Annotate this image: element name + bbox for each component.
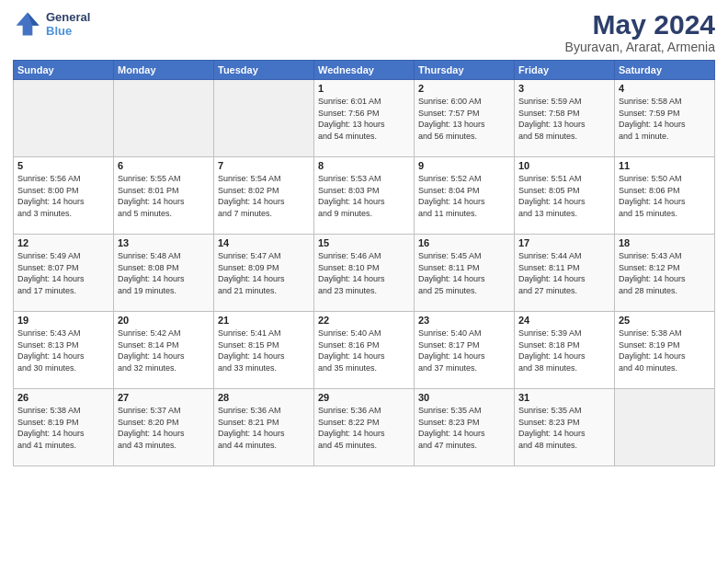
calendar-cell: 6Sunrise: 5:55 AM Sunset: 8:01 PM Daylig… [114, 157, 214, 235]
day-number: 21 [218, 315, 310, 326]
day-number: 9 [418, 160, 510, 171]
calendar-cell: 8Sunrise: 5:53 AM Sunset: 8:03 PM Daylig… [314, 157, 415, 235]
calendar-header-row: SundayMondayTuesdayWednesdayThursdayFrid… [14, 61, 715, 80]
logo-text: General Blue [46, 10, 90, 38]
day-info: Sunrise: 5:56 AM Sunset: 8:00 PM Dayligh… [17, 173, 109, 219]
calendar-cell: 28Sunrise: 5:36 AM Sunset: 8:21 PM Dayli… [214, 389, 314, 466]
calendar-cell: 24Sunrise: 5:39 AM Sunset: 8:18 PM Dayli… [515, 312, 615, 389]
calendar-cell: 14Sunrise: 5:47 AM Sunset: 8:09 PM Dayli… [214, 235, 314, 312]
calendar-cell: 15Sunrise: 5:46 AM Sunset: 8:10 PM Dayli… [314, 235, 415, 312]
day-info: Sunrise: 5:37 AM Sunset: 8:20 PM Dayligh… [118, 405, 210, 451]
day-info: Sunrise: 5:44 AM Sunset: 8:11 PM Dayligh… [518, 250, 610, 296]
day-info: Sunrise: 5:43 AM Sunset: 8:12 PM Dayligh… [619, 250, 711, 296]
page: General Blue May 2024 Byuravan, Ararat, … [0, 0, 728, 563]
day-info: Sunrise: 6:00 AM Sunset: 7:57 PM Dayligh… [418, 96, 510, 142]
day-number: 31 [518, 392, 610, 403]
sub-title: Byuravan, Ararat, Armenia [565, 40, 715, 54]
calendar-cell: 27Sunrise: 5:37 AM Sunset: 8:20 PM Dayli… [114, 389, 214, 466]
calendar-cell [615, 389, 715, 466]
day-info: Sunrise: 5:42 AM Sunset: 8:14 PM Dayligh… [118, 327, 210, 373]
calendar-table: SundayMondayTuesdayWednesdayThursdayFrid… [13, 60, 715, 466]
day-number: 29 [318, 392, 410, 403]
calendar-cell: 13Sunrise: 5:48 AM Sunset: 8:08 PM Dayli… [114, 235, 214, 312]
calendar-week-1: 1Sunrise: 6:01 AM Sunset: 7:56 PM Daylig… [14, 80, 715, 157]
day-number: 18 [619, 237, 711, 248]
calendar-cell: 17Sunrise: 5:44 AM Sunset: 8:11 PM Dayli… [515, 235, 615, 312]
day-info: Sunrise: 5:49 AM Sunset: 8:07 PM Dayligh… [17, 250, 109, 296]
title-block: May 2024 Byuravan, Ararat, Armenia [565, 9, 715, 54]
day-number: 11 [619, 160, 711, 171]
day-number: 1 [318, 83, 410, 94]
header: General Blue May 2024 Byuravan, Ararat, … [13, 9, 715, 54]
day-number: 27 [118, 392, 210, 403]
calendar-cell: 12Sunrise: 5:49 AM Sunset: 8:07 PM Dayli… [14, 235, 114, 312]
day-info: Sunrise: 5:35 AM Sunset: 8:23 PM Dayligh… [518, 405, 610, 451]
day-number: 8 [318, 160, 410, 171]
calendar-week-5: 26Sunrise: 5:38 AM Sunset: 8:19 PM Dayli… [14, 389, 715, 466]
day-number: 15 [318, 237, 410, 248]
day-number: 14 [218, 237, 310, 248]
day-number: 3 [518, 83, 610, 94]
day-info: Sunrise: 5:43 AM Sunset: 8:13 PM Dayligh… [17, 327, 109, 373]
day-info: Sunrise: 5:58 AM Sunset: 7:59 PM Dayligh… [619, 96, 711, 142]
calendar-week-2: 5Sunrise: 5:56 AM Sunset: 8:00 PM Daylig… [14, 157, 715, 235]
calendar-cell: 29Sunrise: 5:36 AM Sunset: 8:22 PM Dayli… [314, 389, 415, 466]
calendar-cell: 22Sunrise: 5:40 AM Sunset: 8:16 PM Dayli… [314, 312, 415, 389]
calendar-cell: 20Sunrise: 5:42 AM Sunset: 8:14 PM Dayli… [114, 312, 214, 389]
calendar-cell: 1Sunrise: 6:01 AM Sunset: 7:56 PM Daylig… [314, 80, 415, 157]
day-info: Sunrise: 5:40 AM Sunset: 8:17 PM Dayligh… [418, 327, 510, 373]
day-number: 12 [17, 237, 109, 248]
day-info: Sunrise: 5:38 AM Sunset: 8:19 PM Dayligh… [619, 327, 711, 373]
day-number: 28 [218, 392, 310, 403]
calendar-cell: 18Sunrise: 5:43 AM Sunset: 8:12 PM Dayli… [615, 235, 715, 312]
calendar-cell: 7Sunrise: 5:54 AM Sunset: 8:02 PM Daylig… [214, 157, 314, 235]
day-info: Sunrise: 5:39 AM Sunset: 8:18 PM Dayligh… [518, 327, 610, 373]
logo: General Blue [13, 9, 90, 39]
calendar-week-4: 19Sunrise: 5:43 AM Sunset: 8:13 PM Dayli… [14, 312, 715, 389]
day-info: Sunrise: 5:38 AM Sunset: 8:19 PM Dayligh… [17, 405, 109, 451]
calendar-cell: 11Sunrise: 5:50 AM Sunset: 8:06 PM Dayli… [615, 157, 715, 235]
day-number: 19 [17, 315, 109, 326]
calendar-cell: 25Sunrise: 5:38 AM Sunset: 8:19 PM Dayli… [615, 312, 715, 389]
calendar-cell: 30Sunrise: 5:35 AM Sunset: 8:23 PM Dayli… [415, 389, 515, 466]
col-header-thursday: Thursday [415, 61, 515, 80]
day-info: Sunrise: 5:52 AM Sunset: 8:04 PM Dayligh… [418, 173, 510, 219]
calendar-cell: 4Sunrise: 5:58 AM Sunset: 7:59 PM Daylig… [615, 80, 715, 157]
col-header-tuesday: Tuesday [214, 61, 314, 80]
day-info: Sunrise: 5:46 AM Sunset: 8:10 PM Dayligh… [318, 250, 410, 296]
day-number: 7 [218, 160, 310, 171]
day-info: Sunrise: 5:50 AM Sunset: 8:06 PM Dayligh… [619, 173, 711, 219]
calendar-cell: 19Sunrise: 5:43 AM Sunset: 8:13 PM Dayli… [14, 312, 114, 389]
day-number: 24 [518, 315, 610, 326]
col-header-friday: Friday [515, 61, 615, 80]
calendar-cell: 3Sunrise: 5:59 AM Sunset: 7:58 PM Daylig… [515, 80, 615, 157]
day-number: 20 [118, 315, 210, 326]
calendar-cell: 26Sunrise: 5:38 AM Sunset: 8:19 PM Dayli… [14, 389, 114, 466]
day-info: Sunrise: 5:48 AM Sunset: 8:08 PM Dayligh… [118, 250, 210, 296]
day-number: 5 [17, 160, 109, 171]
day-number: 26 [17, 392, 109, 403]
day-info: Sunrise: 6:01 AM Sunset: 7:56 PM Dayligh… [318, 96, 410, 142]
day-number: 13 [118, 237, 210, 248]
calendar-week-3: 12Sunrise: 5:49 AM Sunset: 8:07 PM Dayli… [14, 235, 715, 312]
calendar-cell: 31Sunrise: 5:35 AM Sunset: 8:23 PM Dayli… [515, 389, 615, 466]
calendar-cell: 21Sunrise: 5:41 AM Sunset: 8:15 PM Dayli… [214, 312, 314, 389]
col-header-saturday: Saturday [615, 61, 715, 80]
col-header-sunday: Sunday [14, 61, 114, 80]
day-number: 6 [118, 160, 210, 171]
day-number: 25 [619, 315, 711, 326]
day-info: Sunrise: 5:47 AM Sunset: 8:09 PM Dayligh… [218, 250, 310, 296]
calendar-cell [14, 80, 114, 157]
calendar-cell: 16Sunrise: 5:45 AM Sunset: 8:11 PM Dayli… [415, 235, 515, 312]
calendar-cell: 23Sunrise: 5:40 AM Sunset: 8:17 PM Dayli… [415, 312, 515, 389]
day-info: Sunrise: 5:45 AM Sunset: 8:11 PM Dayligh… [418, 250, 510, 296]
day-number: 23 [418, 315, 510, 326]
day-info: Sunrise: 5:59 AM Sunset: 7:58 PM Dayligh… [518, 96, 610, 142]
calendar-cell [214, 80, 314, 157]
day-number: 10 [518, 160, 610, 171]
day-info: Sunrise: 5:36 AM Sunset: 8:21 PM Dayligh… [218, 405, 310, 451]
day-number: 17 [518, 237, 610, 248]
day-info: Sunrise: 5:35 AM Sunset: 8:23 PM Dayligh… [418, 405, 510, 451]
day-number: 16 [418, 237, 510, 248]
day-number: 2 [418, 83, 510, 94]
